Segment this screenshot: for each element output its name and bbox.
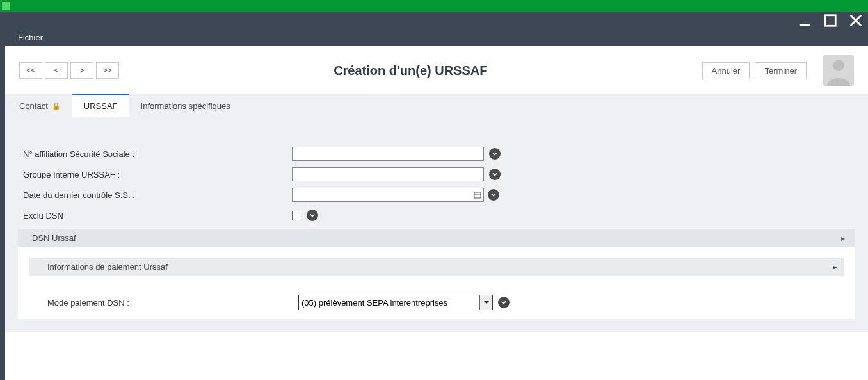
subsection-wrap: Informations de paiement Urssaf ▸ Mode p… — [18, 247, 855, 319]
action-buttons: Annuler Terminer — [702, 62, 807, 79]
date-input[interactable] — [292, 188, 484, 202]
tab-contact[interactable]: Contact 🔒 — [8, 94, 72, 117]
close-icon[interactable] — [849, 13, 863, 28]
tab-info-spec-label: Informations spécifiques — [141, 101, 230, 111]
nav-last-button[interactable]: >> — [96, 62, 119, 79]
page-title: Création d'un(e) URSSAF — [124, 63, 697, 78]
svg-rect-5 — [474, 192, 481, 198]
nav-next-button[interactable]: > — [70, 62, 93, 79]
section-info-paiement-label: Informations de paiement Urssaf — [47, 262, 168, 272]
tab-contact-label: Contact — [19, 101, 48, 111]
nav-first-button[interactable]: << — [19, 62, 42, 79]
chevron-down-icon[interactable] — [489, 148, 501, 160]
app-icon — [1, 1, 10, 10]
maximize-icon[interactable] — [823, 13, 837, 28]
svg-point-4 — [833, 60, 844, 71]
menu-fichier[interactable]: Fichier — [14, 30, 47, 45]
tabs: Contact 🔒 URSSAF Informations spécifique… — [5, 94, 868, 117]
chevron-right-icon: ▸ — [841, 234, 845, 243]
date-label: Date du dernier contrôle S.S. : — [23, 190, 292, 200]
menubar: Fichier — [0, 29, 868, 46]
exclu-checkbox[interactable] — [292, 211, 301, 220]
affiliation-label: N° affiliation Sécurité Sociale : — [23, 149, 292, 159]
row-affiliation: N° affiliation Sécurité Sociale : — [18, 144, 855, 164]
nav-prev-button[interactable]: < — [45, 62, 68, 79]
exclu-label: Exclu DSN — [23, 211, 292, 220]
tab-urssaf-label: URSSAF — [84, 101, 118, 111]
content: << < > >> Création d'un(e) URSSAF Annule… — [0, 46, 868, 380]
toolbar: << < > >> Création d'un(e) URSSAF Annule… — [5, 46, 868, 94]
section-dsn-label: DSN Urssaf — [32, 233, 76, 243]
lock-icon: 🔒 — [52, 102, 61, 110]
section-info-paiement[interactable]: Informations de paiement Urssaf ▸ — [29, 258, 844, 276]
groupe-label: Groupe Interne URSSAF : — [23, 170, 292, 179]
row-exclu: Exclu DSN — [18, 205, 855, 226]
avatar — [823, 55, 854, 86]
row-groupe: Groupe Interne URSSAF : — [18, 164, 855, 185]
chevron-down-icon[interactable] — [489, 169, 501, 180]
groupe-input[interactable] — [292, 167, 484, 181]
section-dsn-urssaf[interactable]: DSN Urssaf ▸ — [18, 229, 855, 247]
svg-rect-1 — [825, 15, 836, 26]
chevron-down-icon[interactable] — [498, 297, 510, 308]
window-controls — [0, 12, 868, 29]
titlebar — [0, 0, 868, 12]
tab-urssaf[interactable]: URSSAF — [72, 94, 129, 117]
row-mode-paiement: Mode paiement DSN : — [29, 276, 844, 317]
minimize-icon[interactable] — [798, 13, 812, 28]
tab-info-spec[interactable]: Informations spécifiques — [129, 94, 242, 117]
chevron-down-icon[interactable] — [488, 189, 499, 201]
nav-buttons: << < > >> — [19, 62, 119, 79]
mode-paiement-select[interactable] — [298, 295, 493, 310]
mode-paiement-label: Mode paiement DSN : — [47, 298, 298, 308]
mode-paiement-select-wrap — [298, 295, 493, 310]
row-date: Date du dernier contrôle S.S. : — [18, 185, 855, 205]
cancel-button[interactable]: Annuler — [702, 62, 750, 79]
affiliation-input[interactable] — [292, 147, 484, 161]
chevron-right-icon: ▸ — [833, 262, 837, 272]
calendar-icon[interactable] — [472, 190, 483, 200]
chevron-down-icon[interactable] — [307, 210, 318, 221]
finish-button[interactable]: Terminer — [755, 62, 807, 79]
form-area: N° affiliation Sécurité Sociale : Groupe… — [5, 117, 868, 332]
